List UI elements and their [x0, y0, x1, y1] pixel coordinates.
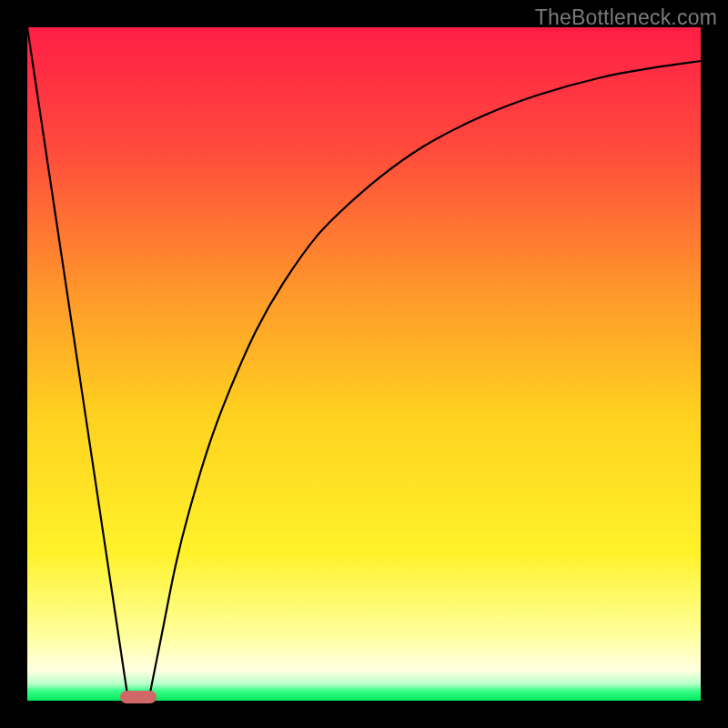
chart-frame: TheBottleneck.com — [0, 0, 728, 728]
watermark-text: TheBottleneck.com — [535, 5, 717, 30]
vertex-marker — [120, 691, 157, 703]
curve-layer — [27, 27, 701, 701]
plot-area — [27, 27, 701, 701]
curve-right-limb — [148, 61, 701, 701]
curve-left-limb — [27, 27, 128, 701]
